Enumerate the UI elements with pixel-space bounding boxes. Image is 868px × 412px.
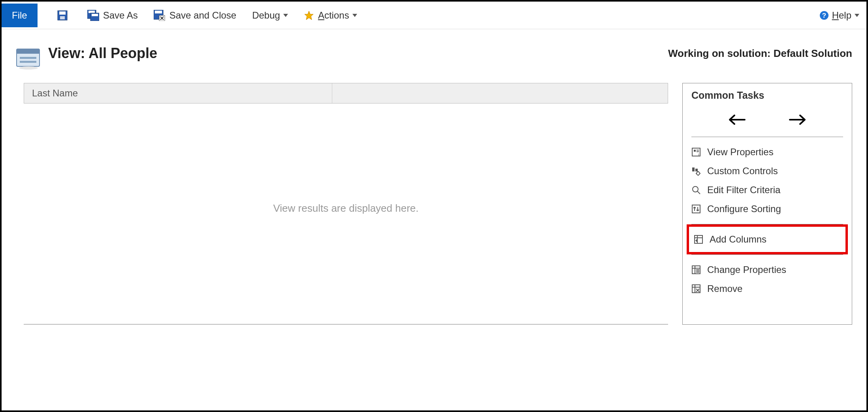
- debug-label: Debug: [252, 10, 280, 21]
- task-label: Custom Controls: [707, 166, 778, 177]
- actions-menu[interactable]: Actions: [304, 10, 357, 21]
- svg-rect-19: [694, 150, 696, 152]
- svg-point-25: [697, 172, 700, 175]
- column-header-label: Last Name: [32, 88, 78, 99]
- svg-point-17: [19, 66, 38, 70]
- task-group-3: Change Properties Remove: [683, 255, 852, 304]
- svg-rect-6: [92, 14, 98, 16]
- task-custom-controls[interactable]: Custom Controls: [683, 162, 852, 181]
- task-label: Edit Filter Criteria: [707, 184, 780, 196]
- svg-line-27: [697, 191, 700, 194]
- task-label: View Properties: [707, 147, 774, 158]
- view-icon: [16, 47, 41, 71]
- grid-header: Last Name: [24, 83, 668, 103]
- task-change-properties[interactable]: Change Properties: [683, 260, 852, 279]
- save-button[interactable]: [57, 10, 72, 21]
- chevron-down-icon: [352, 14, 357, 17]
- nav-back-button[interactable]: [727, 114, 746, 126]
- svg-point-26: [693, 186, 698, 192]
- svg-rect-8: [155, 11, 162, 13]
- help-icon: ?: [819, 11, 829, 20]
- arrow-left-icon: [727, 114, 746, 126]
- task-label: Remove: [707, 283, 742, 294]
- chevron-down-icon: [283, 14, 288, 17]
- column-header[interactable]: Last Name: [24, 83, 332, 103]
- svg-rect-14: [17, 49, 40, 54]
- svg-rect-2: [60, 16, 65, 19]
- search-icon: [691, 185, 701, 195]
- properties-icon: i: [691, 147, 701, 157]
- save-close-icon: [154, 10, 166, 21]
- main-area: Last Name View results are displayed her…: [2, 75, 866, 333]
- common-tasks-panel: Common Tasks i View Properties: [682, 83, 852, 325]
- svg-rect-1: [59, 11, 66, 15]
- svg-rect-4: [88, 11, 95, 13]
- add-columns-highlight: Add Columns: [687, 224, 848, 254]
- file-menu[interactable]: File: [2, 4, 38, 27]
- change-props-icon: [691, 265, 701, 275]
- task-label: Add Columns: [710, 234, 766, 245]
- save-as-icon: [87, 10, 99, 21]
- nav-forward-button[interactable]: [788, 114, 807, 126]
- svg-rect-23: [692, 167, 695, 171]
- toolbar: File Save As Save and Close Debug: [2, 2, 866, 29]
- remove-icon: [691, 284, 701, 293]
- svg-rect-36: [696, 271, 699, 273]
- save-icon: [57, 10, 68, 21]
- svg-marker-10: [305, 11, 313, 20]
- help-menu[interactable]: ? Help: [819, 10, 859, 21]
- task-add-columns[interactable]: Add Columns: [689, 230, 845, 249]
- app-frame: File Save As Save and Close Debug: [0, 0, 868, 412]
- debug-menu[interactable]: Debug: [252, 10, 288, 21]
- task-remove[interactable]: Remove: [683, 279, 852, 298]
- svg-rect-20: [697, 150, 699, 151]
- svg-text:?: ?: [822, 12, 826, 19]
- nav-arrows: [683, 109, 852, 137]
- task-group-2: Add Columns: [689, 227, 845, 252]
- chevron-down-icon: [855, 14, 859, 17]
- svg-rect-16: [20, 61, 36, 63]
- save-and-close-button[interactable]: Save and Close: [154, 10, 236, 21]
- svg-rect-29: [695, 235, 702, 243]
- page-title: View: All People: [48, 45, 157, 62]
- sort-icon: [691, 204, 701, 214]
- arrow-right-icon: [788, 114, 807, 126]
- task-group-1: i View Properties Custom Controls Edit F…: [683, 137, 852, 224]
- svg-rect-24: [695, 169, 698, 171]
- solution-label: Working on solution: Default Solution: [668, 47, 852, 60]
- help-label: Help: [832, 10, 851, 21]
- save-as-label: Save As: [103, 10, 138, 21]
- svg-rect-35: [696, 269, 699, 271]
- results-grid: Last Name View results are displayed her…: [24, 83, 668, 325]
- actions-label: Actions: [318, 10, 349, 21]
- task-view-properties[interactable]: i View Properties: [683, 143, 852, 162]
- file-label: File: [12, 10, 27, 21]
- controls-icon: [691, 166, 701, 176]
- save-close-label: Save and Close: [169, 10, 236, 21]
- svg-rect-15: [20, 57, 36, 59]
- save-as-button[interactable]: Save As: [87, 10, 138, 21]
- sidebar-title: Common Tasks: [683, 87, 852, 109]
- star-icon: [304, 10, 314, 21]
- svg-rect-21: [697, 151, 699, 152]
- grid-placeholder: View results are displayed here.: [273, 202, 418, 214]
- add-column-icon: [694, 235, 703, 244]
- svg-text:i: i: [698, 152, 699, 157]
- task-label: Change Properties: [707, 264, 786, 275]
- svg-rect-28: [692, 205, 700, 213]
- header: View: All People Working on solution: De…: [2, 29, 866, 75]
- task-edit-filter[interactable]: Edit Filter Criteria: [683, 181, 852, 199]
- task-configure-sorting[interactable]: Configure Sorting: [683, 199, 852, 218]
- grid-body: View results are displayed here.: [24, 103, 668, 325]
- task-label: Configure Sorting: [707, 203, 781, 214]
